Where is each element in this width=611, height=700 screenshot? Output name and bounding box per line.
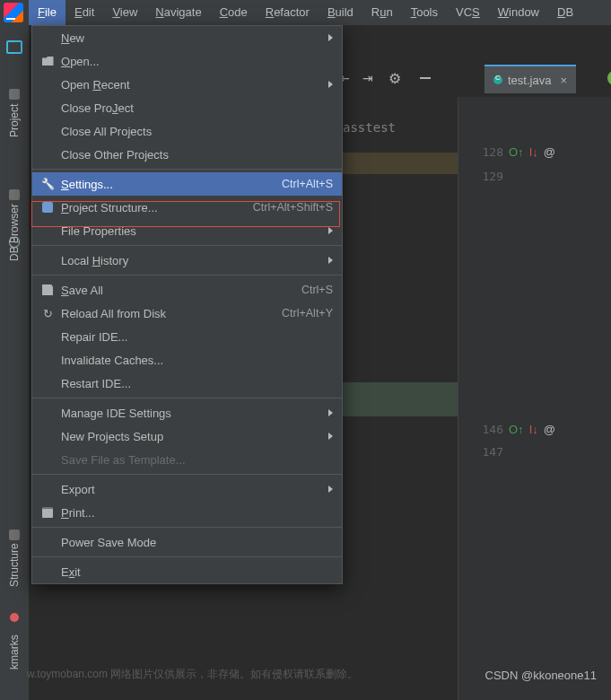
menu-close-other-projects[interactable]: . Close Other Projects bbox=[32, 143, 342, 166]
gutter-row[interactable]: 147 bbox=[467, 440, 611, 463]
db-icon bbox=[9, 189, 20, 200]
menu-new-projects-setup[interactable]: . New Projects Setup bbox=[32, 424, 342, 448]
menu-invalidate-caches[interactable]: . Invalidate Caches... bbox=[32, 348, 342, 372]
meet-icon[interactable]: ◷ bbox=[5, 232, 23, 249]
tab-db-browser[interactable]: DB Browser bbox=[0, 169, 29, 282]
menu-separator bbox=[32, 527, 342, 528]
menu-run[interactable]: Run bbox=[362, 0, 402, 25]
menu-file-properties[interactable]: . File Properties bbox=[32, 219, 342, 242]
menu-settings[interactable]: Settings... Ctrl+Alt+S bbox=[32, 172, 342, 196]
chevron-right-icon bbox=[328, 486, 333, 493]
menu-separator bbox=[32, 474, 342, 475]
implement-down-icon[interactable]: I↓ bbox=[529, 423, 538, 436]
menu-exit[interactable]: . Exit bbox=[32, 560, 342, 583]
line-number: 128 bbox=[476, 145, 503, 159]
tab-bookmarks[interactable]: kmarks bbox=[0, 605, 29, 700]
watermark-author: CSDN @kkoneone11 bbox=[485, 669, 597, 682]
gear-icon[interactable]: ⚙ bbox=[386, 69, 404, 87]
menu-open[interactable]: Open... bbox=[32, 49, 342, 73]
line-number: 146 bbox=[476, 423, 503, 436]
override-up-icon[interactable]: O↑ bbox=[509, 145, 524, 159]
code-fragment: asstest bbox=[343, 120, 396, 135]
menu-edit[interactable]: Edit bbox=[65, 0, 103, 25]
menu-new[interactable]: . New bbox=[32, 26, 342, 49]
shortcut-label: Ctrl+Alt+S bbox=[282, 178, 333, 190]
toolwindow-icon[interactable] bbox=[5, 38, 23, 56]
menu-export[interactable]: . Export bbox=[32, 477, 342, 501]
menu-separator bbox=[32, 398, 342, 398]
run-config-icon bbox=[607, 71, 611, 85]
menu-close-project[interactable]: . Close ProJect bbox=[32, 96, 342, 119]
tab-project[interactable]: Project bbox=[0, 70, 29, 156]
chevron-right-icon bbox=[328, 34, 333, 41]
folder-icon bbox=[39, 57, 56, 66]
folder-icon bbox=[9, 89, 20, 100]
chevron-right-icon bbox=[328, 81, 333, 88]
line-number: 129 bbox=[476, 170, 503, 183]
indent-right-icon[interactable]: ⇥ bbox=[362, 71, 373, 85]
save-icon bbox=[39, 284, 56, 295]
annotation-icon[interactable]: @ bbox=[544, 423, 555, 436]
menu-tools[interactable]: Tools bbox=[402, 0, 447, 25]
tab-structure[interactable]: Structure bbox=[0, 506, 29, 610]
annotation-icon[interactable]: @ bbox=[544, 145, 555, 159]
menu-print[interactable]: Print... bbox=[32, 501, 342, 524]
menu-file[interactable]: File bbox=[29, 0, 65, 25]
shortcut-label: Ctrl+S bbox=[301, 284, 333, 296]
menu-project-structure[interactable]: Project Structure... Ctrl+Alt+Shift+S bbox=[32, 196, 342, 219]
menu-separator bbox=[32, 556, 342, 557]
watermark-source: w.toymoban.com 网络图片仅供展示，非存储。如有侵权请联系删除。 bbox=[27, 667, 358, 682]
minimize-icon[interactable] bbox=[416, 69, 434, 87]
gutter-row[interactable]: 128 O↑ I↓ @ bbox=[467, 140, 611, 163]
menu-repair-ide[interactable]: . Repair IDE... bbox=[32, 325, 342, 348]
tool-strip: Project DB Browser ◷ Structure kmarks bbox=[0, 25, 30, 700]
menu-code[interactable]: Code bbox=[211, 0, 257, 25]
shortcut-label: Ctrl+Alt+Y bbox=[282, 307, 333, 319]
menubar: File Edit View Navigate Code Refactor Bu… bbox=[0, 0, 611, 26]
menu-separator bbox=[32, 169, 342, 170]
structure-icon bbox=[9, 529, 20, 540]
menu-db[interactable]: DB bbox=[548, 0, 582, 25]
wrench-icon bbox=[39, 178, 56, 190]
chevron-right-icon bbox=[328, 227, 333, 234]
chevron-right-icon bbox=[328, 409, 333, 416]
menu-manage-ide-settings[interactable]: . Manage IDE Settings bbox=[32, 401, 342, 424]
gutter-row[interactable]: 129 bbox=[467, 164, 611, 188]
gutter-row[interactable]: 146 O↑ I↓ @ bbox=[467, 417, 611, 441]
project-icon bbox=[39, 202, 56, 213]
menu-save-all[interactable]: Save All Ctrl+S bbox=[32, 278, 342, 302]
editor-tab-partial[interactable]: S bbox=[598, 65, 611, 92]
menu-restart-ide[interactable]: . Restart IDE... bbox=[32, 372, 342, 395]
menu-local-history[interactable]: . Local History bbox=[32, 249, 342, 272]
line-number: 147 bbox=[476, 445, 503, 459]
java-class-icon bbox=[493, 75, 502, 84]
menu-open-recent[interactable]: . Open Recent bbox=[32, 73, 342, 96]
menu-separator bbox=[32, 245, 342, 246]
menu-power-save-mode[interactable]: . Power Save Mode bbox=[32, 530, 342, 554]
close-icon[interactable]: × bbox=[560, 74, 567, 87]
shortcut-label: Ctrl+Alt+Shift+S bbox=[253, 201, 333, 214]
menu-navigate[interactable]: Navigate bbox=[146, 0, 210, 25]
override-up-icon[interactable]: O↑ bbox=[509, 423, 524, 436]
menu-separator bbox=[32, 275, 342, 276]
menu-window[interactable]: Window bbox=[489, 0, 548, 25]
chevron-right-icon bbox=[328, 433, 333, 440]
menu-close-all-projects[interactable]: . Close All Projects bbox=[32, 119, 342, 143]
menu-view[interactable]: View bbox=[103, 0, 146, 25]
app-logo-icon bbox=[4, 3, 23, 22]
menu-refactor[interactable]: Refactor bbox=[257, 0, 319, 25]
menu-build[interactable]: Build bbox=[319, 0, 362, 25]
menu-reload-from-disk[interactable]: Reload All from Disk Ctrl+Alt+Y bbox=[32, 302, 342, 325]
print-icon bbox=[39, 507, 56, 518]
file-menu: . New Open... . Open Recent . Close ProJ… bbox=[31, 25, 343, 584]
tab-label: test.java bbox=[508, 74, 551, 87]
chevron-right-icon bbox=[328, 257, 333, 264]
editor-tab-test-java[interactable]: test.java × bbox=[484, 65, 576, 93]
reload-icon bbox=[39, 307, 56, 320]
implement-down-icon[interactable]: I↓ bbox=[529, 145, 538, 159]
editor-toolbar: ⇤ ⇥ ⚙ bbox=[339, 65, 434, 92]
menu-vcs[interactable]: VCS bbox=[447, 0, 489, 25]
menu-save-file-as-template: . Save File as Template... bbox=[32, 448, 342, 471]
